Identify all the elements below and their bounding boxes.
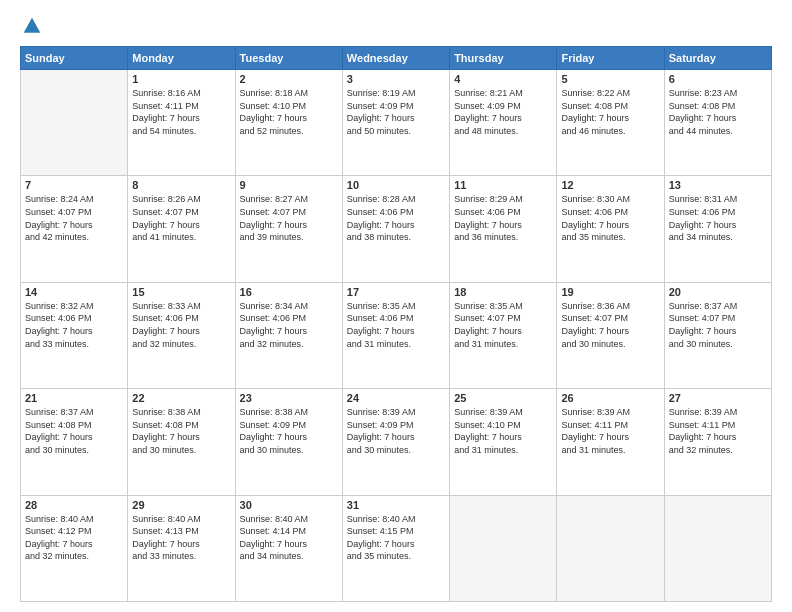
day-number: 5 bbox=[561, 73, 659, 85]
day-number: 16 bbox=[240, 286, 338, 298]
day-info: Sunrise: 8:33 AM Sunset: 4:06 PM Dayligh… bbox=[132, 300, 230, 350]
day-cell: 30Sunrise: 8:40 AM Sunset: 4:14 PM Dayli… bbox=[235, 495, 342, 601]
day-number: 1 bbox=[132, 73, 230, 85]
day-number: 27 bbox=[669, 392, 767, 404]
day-number: 12 bbox=[561, 179, 659, 191]
day-cell: 16Sunrise: 8:34 AM Sunset: 4:06 PM Dayli… bbox=[235, 282, 342, 388]
calendar-table: SundayMondayTuesdayWednesdayThursdayFrid… bbox=[20, 46, 772, 602]
day-info: Sunrise: 8:38 AM Sunset: 4:09 PM Dayligh… bbox=[240, 406, 338, 456]
day-cell: 21Sunrise: 8:37 AM Sunset: 4:08 PM Dayli… bbox=[21, 389, 128, 495]
day-cell: 18Sunrise: 8:35 AM Sunset: 4:07 PM Dayli… bbox=[450, 282, 557, 388]
day-info: Sunrise: 8:27 AM Sunset: 4:07 PM Dayligh… bbox=[240, 193, 338, 243]
day-number: 11 bbox=[454, 179, 552, 191]
day-number: 14 bbox=[25, 286, 123, 298]
day-number: 21 bbox=[25, 392, 123, 404]
day-cell: 20Sunrise: 8:37 AM Sunset: 4:07 PM Dayli… bbox=[664, 282, 771, 388]
day-cell bbox=[557, 495, 664, 601]
week-row-1: 7Sunrise: 8:24 AM Sunset: 4:07 PM Daylig… bbox=[21, 176, 772, 282]
day-cell: 15Sunrise: 8:33 AM Sunset: 4:06 PM Dayli… bbox=[128, 282, 235, 388]
day-cell: 26Sunrise: 8:39 AM Sunset: 4:11 PM Dayli… bbox=[557, 389, 664, 495]
page: SundayMondayTuesdayWednesdayThursdayFrid… bbox=[0, 0, 792, 612]
day-number: 28 bbox=[25, 499, 123, 511]
day-info: Sunrise: 8:37 AM Sunset: 4:08 PM Dayligh… bbox=[25, 406, 123, 456]
day-number: 15 bbox=[132, 286, 230, 298]
day-cell: 8Sunrise: 8:26 AM Sunset: 4:07 PM Daylig… bbox=[128, 176, 235, 282]
week-row-2: 14Sunrise: 8:32 AM Sunset: 4:06 PM Dayli… bbox=[21, 282, 772, 388]
col-header-saturday: Saturday bbox=[664, 47, 771, 70]
day-cell: 6Sunrise: 8:23 AM Sunset: 4:08 PM Daylig… bbox=[664, 70, 771, 176]
day-number: 3 bbox=[347, 73, 445, 85]
day-number: 22 bbox=[132, 392, 230, 404]
day-cell: 29Sunrise: 8:40 AM Sunset: 4:13 PM Dayli… bbox=[128, 495, 235, 601]
day-cell: 25Sunrise: 8:39 AM Sunset: 4:10 PM Dayli… bbox=[450, 389, 557, 495]
day-cell: 3Sunrise: 8:19 AM Sunset: 4:09 PM Daylig… bbox=[342, 70, 449, 176]
day-info: Sunrise: 8:40 AM Sunset: 4:15 PM Dayligh… bbox=[347, 513, 445, 563]
col-header-monday: Monday bbox=[128, 47, 235, 70]
day-info: Sunrise: 8:31 AM Sunset: 4:06 PM Dayligh… bbox=[669, 193, 767, 243]
day-number: 31 bbox=[347, 499, 445, 511]
col-header-wednesday: Wednesday bbox=[342, 47, 449, 70]
day-cell: 9Sunrise: 8:27 AM Sunset: 4:07 PM Daylig… bbox=[235, 176, 342, 282]
day-cell: 10Sunrise: 8:28 AM Sunset: 4:06 PM Dayli… bbox=[342, 176, 449, 282]
day-number: 29 bbox=[132, 499, 230, 511]
week-row-4: 28Sunrise: 8:40 AM Sunset: 4:12 PM Dayli… bbox=[21, 495, 772, 601]
day-info: Sunrise: 8:28 AM Sunset: 4:06 PM Dayligh… bbox=[347, 193, 445, 243]
logo-text bbox=[20, 16, 42, 36]
day-number: 25 bbox=[454, 392, 552, 404]
day-info: Sunrise: 8:39 AM Sunset: 4:11 PM Dayligh… bbox=[669, 406, 767, 456]
day-info: Sunrise: 8:26 AM Sunset: 4:07 PM Dayligh… bbox=[132, 193, 230, 243]
day-info: Sunrise: 8:19 AM Sunset: 4:09 PM Dayligh… bbox=[347, 87, 445, 137]
day-cell: 28Sunrise: 8:40 AM Sunset: 4:12 PM Dayli… bbox=[21, 495, 128, 601]
day-number: 26 bbox=[561, 392, 659, 404]
day-number: 8 bbox=[132, 179, 230, 191]
day-info: Sunrise: 8:37 AM Sunset: 4:07 PM Dayligh… bbox=[669, 300, 767, 350]
day-info: Sunrise: 8:18 AM Sunset: 4:10 PM Dayligh… bbox=[240, 87, 338, 137]
day-info: Sunrise: 8:34 AM Sunset: 4:06 PM Dayligh… bbox=[240, 300, 338, 350]
day-number: 30 bbox=[240, 499, 338, 511]
day-cell: 23Sunrise: 8:38 AM Sunset: 4:09 PM Dayli… bbox=[235, 389, 342, 495]
day-number: 4 bbox=[454, 73, 552, 85]
day-cell: 5Sunrise: 8:22 AM Sunset: 4:08 PM Daylig… bbox=[557, 70, 664, 176]
day-number: 10 bbox=[347, 179, 445, 191]
day-info: Sunrise: 8:16 AM Sunset: 4:11 PM Dayligh… bbox=[132, 87, 230, 137]
day-number: 24 bbox=[347, 392, 445, 404]
day-cell: 2Sunrise: 8:18 AM Sunset: 4:10 PM Daylig… bbox=[235, 70, 342, 176]
col-header-sunday: Sunday bbox=[21, 47, 128, 70]
day-info: Sunrise: 8:35 AM Sunset: 4:07 PM Dayligh… bbox=[454, 300, 552, 350]
day-info: Sunrise: 8:40 AM Sunset: 4:13 PM Dayligh… bbox=[132, 513, 230, 563]
day-cell bbox=[664, 495, 771, 601]
day-info: Sunrise: 8:36 AM Sunset: 4:07 PM Dayligh… bbox=[561, 300, 659, 350]
header bbox=[20, 16, 772, 36]
day-info: Sunrise: 8:40 AM Sunset: 4:12 PM Dayligh… bbox=[25, 513, 123, 563]
logo bbox=[20, 16, 42, 36]
logo-icon bbox=[22, 16, 42, 36]
day-cell: 1Sunrise: 8:16 AM Sunset: 4:11 PM Daylig… bbox=[128, 70, 235, 176]
header-row: SundayMondayTuesdayWednesdayThursdayFrid… bbox=[21, 47, 772, 70]
day-cell bbox=[450, 495, 557, 601]
day-number: 2 bbox=[240, 73, 338, 85]
day-number: 7 bbox=[25, 179, 123, 191]
day-cell: 17Sunrise: 8:35 AM Sunset: 4:06 PM Dayli… bbox=[342, 282, 449, 388]
day-cell: 22Sunrise: 8:38 AM Sunset: 4:08 PM Dayli… bbox=[128, 389, 235, 495]
day-number: 18 bbox=[454, 286, 552, 298]
day-cell: 12Sunrise: 8:30 AM Sunset: 4:06 PM Dayli… bbox=[557, 176, 664, 282]
calendar-header: SundayMondayTuesdayWednesdayThursdayFrid… bbox=[21, 47, 772, 70]
col-header-thursday: Thursday bbox=[450, 47, 557, 70]
day-number: 13 bbox=[669, 179, 767, 191]
day-number: 19 bbox=[561, 286, 659, 298]
day-info: Sunrise: 8:38 AM Sunset: 4:08 PM Dayligh… bbox=[132, 406, 230, 456]
calendar-body: 1Sunrise: 8:16 AM Sunset: 4:11 PM Daylig… bbox=[21, 70, 772, 602]
day-number: 20 bbox=[669, 286, 767, 298]
day-number: 23 bbox=[240, 392, 338, 404]
day-cell: 14Sunrise: 8:32 AM Sunset: 4:06 PM Dayli… bbox=[21, 282, 128, 388]
day-cell: 4Sunrise: 8:21 AM Sunset: 4:09 PM Daylig… bbox=[450, 70, 557, 176]
day-number: 6 bbox=[669, 73, 767, 85]
week-row-3: 21Sunrise: 8:37 AM Sunset: 4:08 PM Dayli… bbox=[21, 389, 772, 495]
svg-marker-0 bbox=[24, 18, 41, 33]
day-info: Sunrise: 8:22 AM Sunset: 4:08 PM Dayligh… bbox=[561, 87, 659, 137]
col-header-friday: Friday bbox=[557, 47, 664, 70]
day-info: Sunrise: 8:21 AM Sunset: 4:09 PM Dayligh… bbox=[454, 87, 552, 137]
day-info: Sunrise: 8:39 AM Sunset: 4:10 PM Dayligh… bbox=[454, 406, 552, 456]
day-info: Sunrise: 8:30 AM Sunset: 4:06 PM Dayligh… bbox=[561, 193, 659, 243]
day-info: Sunrise: 8:23 AM Sunset: 4:08 PM Dayligh… bbox=[669, 87, 767, 137]
